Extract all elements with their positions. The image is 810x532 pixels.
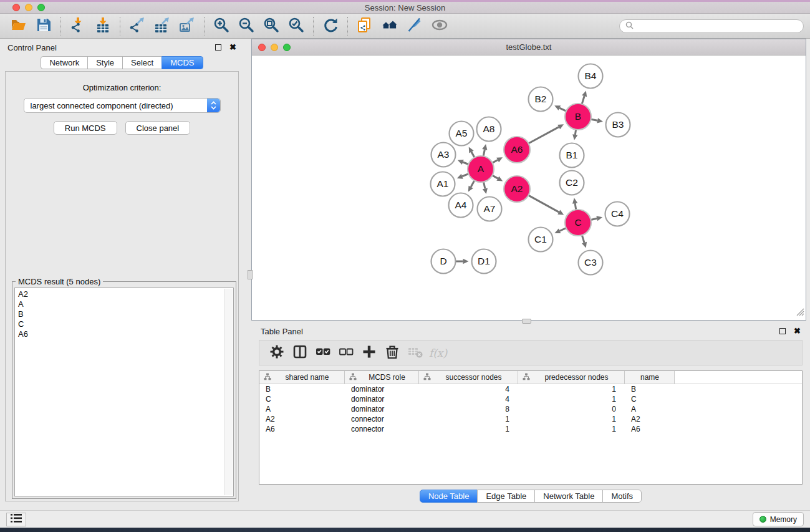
optimization-select[interactable]: largest connected component (directed) — [24, 98, 221, 113]
add-button[interactable] — [357, 342, 380, 364]
tab-mcds[interactable]: MCDS — [162, 56, 203, 69]
node-B3[interactable]: B3 — [606, 113, 630, 137]
tab-node-table[interactable]: Node Table — [420, 490, 478, 503]
node-C[interactable]: C — [565, 210, 591, 236]
result-scrollbar[interactable] — [224, 289, 233, 495]
trash-button[interactable] — [380, 342, 403, 364]
tab-motifs[interactable]: Motifs — [602, 490, 642, 503]
tab-network-table[interactable]: Network Table — [534, 490, 603, 503]
edge-B-B2[interactable] — [559, 108, 566, 111]
refresh-button[interactable] — [318, 16, 343, 37]
float-panel-icon[interactable] — [215, 44, 221, 51]
tab-edge-table[interactable]: Edge Table — [477, 490, 535, 503]
node-D1[interactable]: D1 — [472, 249, 496, 274]
import-network-button[interactable] — [65, 16, 90, 37]
eye-button[interactable] — [427, 16, 452, 37]
table-row[interactable]: A2connector11A2 — [259, 414, 802, 424]
network-canvas[interactable]: AA1A2A3A4A5A6A7A8BB1B2B3B4CC1C2C3C4DD1 — [252, 56, 806, 320]
column-header-successor-nodes[interactable]: successor nodes — [419, 371, 518, 384]
edge-A-A7[interactable] — [483, 182, 485, 189]
node-A3[interactable]: A3 — [432, 143, 456, 167]
import-table-button[interactable] — [90, 16, 115, 37]
resize-grip-icon[interactable] — [794, 306, 804, 319]
search-input[interactable] — [637, 21, 798, 31]
zoom-window-button[interactable] — [37, 4, 45, 11]
export-table-button[interactable] — [150, 16, 175, 37]
edge-C-C3[interactable] — [582, 235, 584, 243]
deselect-all-button[interactable] — [334, 342, 357, 364]
table-row[interactable]: Cdominator41C — [259, 394, 802, 404]
close-window-button[interactable] — [12, 4, 20, 11]
zoom-fit-button[interactable] — [259, 16, 284, 37]
mcds-result-list[interactable]: A2ABCA6 — [14, 288, 234, 496]
edge-B-B1[interactable] — [575, 130, 576, 135]
node-A5[interactable]: A5 — [450, 122, 474, 146]
task-history-button[interactable] — [6, 513, 26, 526]
edge-A6-B[interactable] — [528, 127, 559, 143]
zoom-selected-button[interactable] — [284, 16, 309, 37]
open-folder-button[interactable] — [6, 16, 31, 37]
tab-network[interactable]: Network — [41, 56, 88, 69]
close-table-panel-icon[interactable]: ✖ — [794, 328, 801, 334]
node-B4[interactable]: B4 — [579, 64, 603, 89]
edge-A-A5[interactable] — [471, 152, 475, 157]
node-A8[interactable]: A8 — [477, 117, 501, 142]
node-A7[interactable]: A7 — [478, 197, 502, 221]
column-header-mcds-role[interactable]: MCDS role — [345, 371, 419, 384]
select-all-button[interactable] — [311, 342, 334, 364]
node-C3[interactable]: C3 — [579, 251, 603, 275]
node-D[interactable]: D — [432, 249, 456, 274]
table-row[interactable]: Bdominator41B — [259, 384, 802, 394]
splitter-grip-left[interactable] — [248, 270, 253, 279]
export-image-button[interactable] — [175, 16, 200, 37]
node-A6[interactable]: A6 — [504, 137, 530, 163]
edge-B-B3[interactable] — [591, 119, 598, 120]
node-B2[interactable]: B2 — [529, 87, 553, 112]
network-minimize-button[interactable] — [271, 44, 278, 51]
result-list-item[interactable]: B — [18, 309, 233, 319]
splitter-grip-bottom[interactable] — [522, 319, 531, 324]
minimize-window-button[interactable] — [25, 4, 32, 11]
float-table-panel-icon[interactable] — [779, 328, 786, 334]
result-list-item[interactable]: A — [18, 299, 233, 309]
edge-A-A2[interactable] — [492, 175, 498, 178]
node-A4[interactable]: A4 — [449, 193, 473, 218]
save-button[interactable] — [31, 16, 56, 37]
node-A[interactable]: A — [468, 156, 494, 182]
network-zoom-button[interactable] — [283, 44, 291, 51]
node-C4[interactable]: C4 — [605, 202, 630, 226]
network-close-button[interactable] — [258, 44, 266, 51]
zoom-in-button[interactable] — [209, 16, 234, 37]
edge-A-A4[interactable] — [471, 180, 475, 186]
edge-A-A3[interactable] — [463, 162, 468, 164]
column-header-shared-name[interactable]: shared name — [259, 371, 345, 384]
gear-button[interactable] — [265, 342, 288, 364]
close-panel-icon[interactable]: ✖ — [229, 44, 236, 51]
node-B1[interactable]: B1 — [560, 143, 584, 168]
edge-A-A1[interactable] — [462, 174, 468, 177]
column-header-name[interactable]: name — [625, 371, 675, 384]
table-row[interactable]: Adominator80A — [259, 404, 802, 414]
node-B[interactable]: B — [565, 104, 591, 130]
result-list-item[interactable]: A6 — [18, 329, 233, 339]
houses-button[interactable] — [377, 16, 402, 37]
node-C2[interactable]: C2 — [560, 171, 584, 195]
column-header-predecessor-nodes[interactable]: predecessor nodes — [518, 371, 625, 384]
node-A2[interactable]: A2 — [504, 176, 530, 202]
result-list-item[interactable]: A2 — [18, 289, 233, 299]
search-field[interactable] — [619, 19, 804, 33]
run-mcds-button[interactable]: Run MCDS — [54, 121, 117, 135]
edge-C-C4[interactable] — [591, 218, 597, 220]
node-C1[interactable]: C1 — [529, 228, 553, 252]
edge-C-C2[interactable] — [575, 203, 576, 210]
memory-button[interactable]: Memory — [753, 512, 804, 526]
edge-B-B4[interactable] — [582, 96, 584, 104]
edge-C-C1[interactable] — [560, 228, 566, 231]
network-document-button[interactable] — [352, 16, 377, 37]
node-A1[interactable]: A1 — [431, 172, 455, 196]
columns-button[interactable] — [288, 342, 311, 364]
tab-style[interactable]: Style — [87, 56, 123, 69]
tab-select[interactable]: Select — [122, 56, 162, 69]
result-list-item[interactable]: C — [18, 319, 233, 329]
edge-A2-C[interactable] — [528, 195, 559, 212]
